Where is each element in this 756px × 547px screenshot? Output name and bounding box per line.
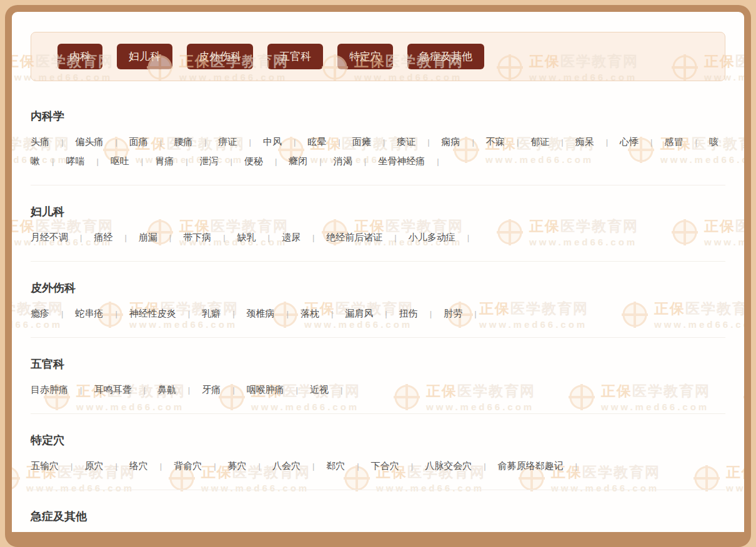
topic-link[interactable]: 感冒	[664, 136, 683, 147]
separator: |	[411, 461, 413, 471]
topic-section: 特定穴五输穴|原穴|络穴|背俞穴|募穴|八会穴|郄穴|下合穴|八脉交会穴|俞募原…	[31, 414, 725, 490]
separator: |	[143, 385, 145, 395]
topic-link[interactable]: 瘾疹	[31, 308, 49, 318]
topic-link[interactable]: 小儿多动症	[409, 232, 455, 242]
topic-link[interactable]: 癃闭	[289, 155, 307, 166]
topic-link[interactable]: 乳癖	[202, 308, 221, 318]
separator: |	[188, 385, 190, 395]
topic-link[interactable]: 心悸	[620, 136, 639, 147]
topic-link[interactable]: 面瘫	[352, 136, 371, 147]
separator: |	[467, 233, 469, 242]
category-button[interactable]: 内科	[57, 44, 102, 69]
topic-link[interactable]: 胃痛	[155, 155, 174, 166]
separator: |	[115, 137, 117, 147]
topic-link[interactable]: 消渴	[334, 155, 352, 166]
separator: |	[517, 137, 519, 147]
topic-link[interactable]: 便秘	[244, 155, 263, 166]
topic-link[interactable]: 落枕	[301, 308, 319, 318]
topic-link[interactable]: 痫病	[442, 136, 460, 147]
category-button[interactable]: 皮外伤科	[187, 44, 253, 69]
topic-link[interactable]: 咽喉肿痛	[247, 384, 284, 395]
topic-list: 晕厥|内脏绞痛|肥胖症|	[31, 533, 725, 547]
topic-link[interactable]: 缺乳	[237, 232, 256, 242]
topic-link[interactable]: 目赤肿痛	[31, 384, 68, 395]
separator: |	[115, 309, 117, 318]
topic-link[interactable]: 遗尿	[282, 232, 301, 242]
topic-link[interactable]: 泄泻	[200, 155, 219, 166]
topic-link[interactable]: 蛇串疮	[75, 308, 103, 318]
topic-list: 目赤肿痛|耳鸣耳聋|鼻鼽|牙痛|咽喉肿痛|近视|	[31, 380, 725, 400]
topic-link[interactable]: 痴呆	[575, 136, 594, 147]
topic-link[interactable]: 募穴	[228, 460, 247, 471]
separator: |	[427, 137, 429, 147]
topic-link[interactable]: 腰痛	[174, 136, 192, 147]
separator: |	[124, 233, 126, 242]
category-button[interactable]: 妇儿科	[117, 44, 172, 69]
topic-link[interactable]: 不寐	[486, 136, 505, 147]
separator: |	[259, 461, 261, 471]
topic-link[interactable]: 月经不调	[31, 232, 68, 242]
separator: |	[275, 157, 277, 166]
separator: |	[61, 538, 63, 547]
separator: |	[312, 461, 314, 471]
topic-link[interactable]: 痿证	[397, 136, 415, 147]
topic-link[interactable]: 坐骨神经痛	[378, 155, 425, 166]
topic-link[interactable]: 牙痛	[202, 384, 221, 395]
separator: |	[650, 137, 652, 147]
separator: |	[430, 309, 432, 318]
topic-link[interactable]: 耳鸣耳聋	[94, 384, 131, 395]
category-button[interactable]: 五官科	[267, 44, 323, 69]
topic-link[interactable]: 神经性皮炎	[129, 308, 176, 318]
topic-link[interactable]: 内脏绞痛	[75, 536, 112, 547]
topic-link[interactable]: 原穴	[84, 460, 103, 471]
topic-list: 月经不调|痛经|崩漏|带下病|缺乳|遗尿|绝经前后诸证|小儿多动症|	[31, 228, 725, 247]
separator: |	[61, 137, 63, 147]
section-title: 内科学	[31, 109, 725, 124]
topic-link[interactable]: 肘劳	[444, 308, 462, 318]
topic-link[interactable]: 崩漏	[139, 232, 157, 242]
section-title: 妇儿科	[31, 204, 725, 219]
topic-link[interactable]: 肥胖症	[139, 536, 167, 547]
separator: |	[437, 157, 439, 166]
topic-link[interactable]: 哮喘	[66, 155, 84, 166]
topic-section: 五官科目赤肿痛|耳鸣耳聋|鼻鼽|牙痛|咽喉肿痛|近视|	[31, 338, 725, 414]
topic-link[interactable]: 近视	[310, 384, 329, 395]
topic-link[interactable]: 鼻鼽	[157, 384, 176, 395]
separator: |	[385, 309, 387, 318]
separator: |	[561, 137, 563, 147]
topic-link[interactable]: 痹证	[219, 136, 237, 147]
topic-link[interactable]: 郄穴	[326, 460, 345, 471]
topic-link[interactable]: 八脉交会穴	[425, 460, 472, 471]
separator: |	[364, 157, 366, 166]
topic-link[interactable]: 晕厥	[31, 536, 49, 547]
topic-link[interactable]: 八会穴	[272, 460, 301, 471]
topic-link[interactable]: 五输穴	[31, 460, 59, 471]
separator: |	[223, 233, 225, 242]
topic-link[interactable]: 呕吐	[111, 155, 129, 166]
topic-link[interactable]: 络穴	[129, 460, 148, 471]
topic-link[interactable]: 漏肩风	[345, 308, 373, 318]
topic-link[interactable]: 面痛	[129, 136, 148, 147]
topic-link[interactable]: 下合穴	[371, 460, 399, 471]
category-button[interactable]: 特定穴	[337, 44, 393, 69]
topic-section: 急症及其他晕厥|内脏绞痛|肥胖症|	[31, 490, 725, 547]
topic-link[interactable]: 颈椎病	[247, 308, 275, 318]
separator: |	[160, 137, 162, 147]
separator: |	[186, 157, 187, 166]
topic-list: 头痛|偏头痛|面痛|腰痛|痹证|中风|眩晕|面瘫|痿证|痫病|不寐|郁证|痴呆|…	[31, 132, 725, 171]
topic-link[interactable]: 带下病	[183, 232, 211, 242]
topic-list: 瘾疹|蛇串疮|神经性皮炎|乳癖|颈椎病|落枕|漏肩风|扭伤|肘劳|	[31, 304, 725, 323]
separator: |	[214, 461, 216, 471]
topic-link[interactable]: 俞募原络郄趣记	[498, 460, 564, 471]
topic-link[interactable]: 绝经前后诸证	[326, 232, 382, 242]
section-title: 皮外伤科	[31, 280, 725, 295]
topic-link[interactable]: 背俞穴	[174, 460, 202, 471]
topic-link[interactable]: 郁证	[530, 136, 549, 147]
category-button[interactable]: 急症及其他	[407, 44, 484, 69]
topic-link[interactable]: 痛经	[94, 232, 112, 242]
topic-link[interactable]: 中风	[263, 136, 282, 147]
topic-link[interactable]: 眩晕	[307, 136, 326, 147]
topic-link[interactable]: 偏头痛	[75, 136, 103, 147]
topic-link[interactable]: 头痛	[31, 136, 49, 147]
topic-link[interactable]: 扭伤	[399, 308, 418, 318]
